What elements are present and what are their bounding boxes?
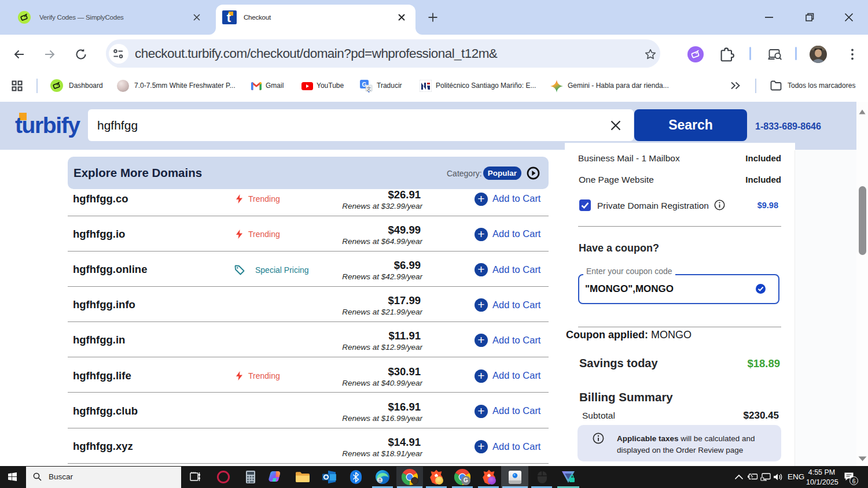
svg-text:文: 文 bbox=[367, 86, 372, 91]
